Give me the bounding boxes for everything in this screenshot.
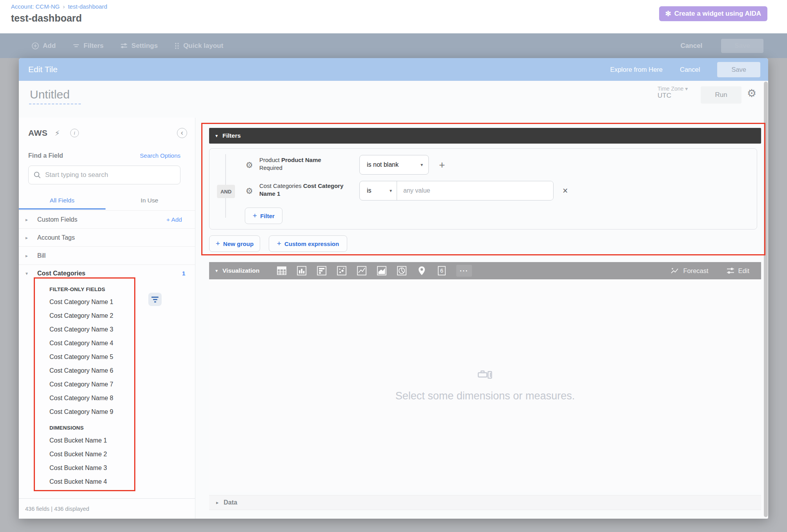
filter-only-fields-header: FILTER-ONLY FIELDS <box>49 286 195 295</box>
operator-dropdown[interactable]: is ▾ <box>360 181 397 200</box>
tab-in-use[interactable]: In Use <box>106 193 194 210</box>
filter-field-name: Product Name <box>281 157 321 163</box>
tile-title-row: Untitled Time Zone ▾ UTC Run ⚙ <box>19 81 768 118</box>
caret-right-icon: ▸ <box>26 253 32 259</box>
field-item[interactable]: Cost Category Name 4 <box>49 336 195 350</box>
field-group-account-tags[interactable]: ▸ Account Tags <box>19 228 195 246</box>
page-title: test-dashboard <box>11 13 82 24</box>
filter-field-group: Cost Categories <box>259 182 302 189</box>
field-search-input[interactable] <box>45 171 175 179</box>
filter-row-cost-category: AND ⚙ Cost Categories Cost Category Name… <box>210 181 757 203</box>
modal-title: Edit Tile <box>28 65 58 74</box>
field-item[interactable]: Cost Bucket Name 3 <box>49 461 195 475</box>
add-circle-icon <box>31 42 39 50</box>
filter-field-button[interactable] <box>148 293 162 306</box>
breadcrumb: Account: CCM-NG›test-dashboard <box>11 3 107 10</box>
app-header: Account: CCM-NG›test-dashboard test-dash… <box>0 0 787 33</box>
field-item[interactable]: Cost Category Name 1 <box>49 295 195 309</box>
empty-state-message: Select some dimensions or measures. <box>395 390 575 402</box>
breadcrumb-account-link[interactable]: Account: CCM-NG <box>11 3 60 10</box>
field-item[interactable]: Cost Bucket Name 1 <box>49 434 195 447</box>
modal-save-button[interactable]: Save <box>717 62 760 77</box>
breadcrumb-separator: › <box>63 3 65 10</box>
svg-text:6: 6 <box>440 268 443 274</box>
field-search-box[interactable] <box>28 166 180 184</box>
filter-value-input[interactable] <box>397 181 553 200</box>
caret-right-icon: ▸ <box>216 500 219 505</box>
field-group-cost-categories[interactable]: ▾ Cost Categories <box>19 264 195 282</box>
create-widget-aida-button[interactable]: ✻ Create a widget using AIDA <box>659 6 767 21</box>
filter-lines-icon <box>72 42 80 49</box>
field-item[interactable]: Cost Category Name 2 <box>49 309 195 322</box>
dashboard-toolbar: Add Filters Settings Quick layout Cancel… <box>0 33 787 58</box>
filters-section-header[interactable]: ▾ Filters <box>209 128 761 144</box>
caret-down-icon: ▾ <box>390 188 392 193</box>
fields-count-text: 436 fields | 436 displayed <box>25 506 89 512</box>
sidebar-footer: 436 fields | 436 displayed <box>19 498 195 519</box>
viz-pie-chart-icon[interactable] <box>396 265 407 276</box>
caret-down-icon: ▾ <box>26 271 32 276</box>
flashlight-icon <box>477 370 493 380</box>
tile-title-input[interactable]: Untitled <box>29 88 81 104</box>
add-filter-button[interactable]: +Filter <box>245 208 282 224</box>
filter-row-product-name: ⚙ Product Product Name Required is not b… <box>210 155 757 177</box>
viz-area-chart-icon[interactable] <box>376 265 387 276</box>
timezone-selector[interactable]: Time Zone ▾ UTC <box>658 86 688 99</box>
field-group-custom-fields[interactable]: ▸ Custom Fields + Add <box>19 210 195 228</box>
viz-column-chart-icon[interactable] <box>296 265 307 276</box>
and-logic-chip[interactable]: AND <box>217 185 235 198</box>
filter-gear-icon[interactable]: ⚙ <box>246 186 253 196</box>
explore-from-here-link[interactable]: Explore from Here <box>610 66 663 73</box>
dimensions-header: DIMENSIONS <box>49 425 195 434</box>
modal-scrollbar[interactable] <box>764 82 768 517</box>
collapse-panel-icon[interactable]: ‹ <box>177 128 187 138</box>
forecast-button[interactable]: Forecast <box>670 267 708 275</box>
operator-dropdown[interactable]: is not blank ▾ <box>359 155 429 175</box>
field-item[interactable]: Cost Category Name 9 <box>49 405 195 419</box>
field-item[interactable]: Cost Category Name 3 <box>49 322 195 336</box>
custom-expression-button[interactable]: +Custom expression <box>269 235 347 252</box>
add-value-plus-icon[interactable]: + <box>439 159 445 171</box>
field-item[interactable]: Cost Category Name 8 <box>49 391 195 405</box>
forecast-sparkle-icon <box>670 267 679 275</box>
custom-fields-add-button[interactable]: + Add <box>166 216 182 223</box>
sliders-icon <box>120 42 128 49</box>
run-button[interactable]: Run <box>701 86 741 104</box>
viz-bar-chart-icon[interactable] <box>316 265 327 276</box>
remove-filter-icon[interactable]: × <box>563 186 568 196</box>
caret-down-icon: ▾ <box>215 133 218 138</box>
field-item[interactable]: Cost Category Name 5 <box>49 350 195 364</box>
modal-cancel-button[interactable]: Cancel <box>680 66 700 73</box>
filter-only-fields-list: Cost Category Name 1Cost Category Name 2… <box>19 295 195 419</box>
viz-scatter-icon[interactable] <box>336 265 347 276</box>
tab-all-fields[interactable]: All Fields <box>19 193 106 210</box>
breadcrumb-page-link[interactable]: test-dashboard <box>68 3 107 10</box>
viz-single-value-icon[interactable]: 6 <box>436 265 447 276</box>
field-item[interactable]: Cost Category Name 6 <box>49 364 195 377</box>
toolbar-quick-layout-button: Quick layout <box>174 42 223 50</box>
caret-right-icon: ▸ <box>26 217 32 222</box>
new-group-button[interactable]: +New group <box>209 235 260 252</box>
visualization-bar: ▾ Visualization <box>209 262 761 279</box>
field-group-bill[interactable]: ▸ Bill <box>19 246 195 264</box>
gear-icon[interactable]: ⚙ <box>747 87 756 100</box>
field-item[interactable]: Cost Bucket Name 2 <box>49 447 195 461</box>
viz-more-icon[interactable]: ⋯ <box>456 265 472 277</box>
viz-line-chart-icon[interactable] <box>356 265 367 276</box>
aida-sparkle-icon: ✻ <box>665 9 671 18</box>
field-item[interactable]: Cost Bucket Name 4 <box>49 475 195 488</box>
timezone-value: UTC <box>658 92 688 99</box>
filter-required-note: Required <box>259 164 344 172</box>
toolbar-save-button: Save <box>721 39 763 53</box>
visualization-label: Visualization <box>222 267 259 274</box>
info-icon[interactable]: i <box>70 129 79 137</box>
field-item[interactable]: Cost Category Name 7 <box>49 377 195 391</box>
caret-down-icon[interactable]: ▾ <box>215 268 218 273</box>
viz-table-icon[interactable] <box>276 265 287 276</box>
filter-gear-icon[interactable]: ⚙ <box>246 160 253 170</box>
search-options-link[interactable]: Search Options <box>140 152 180 159</box>
data-section-header[interactable]: ▸ Data <box>209 495 761 510</box>
viz-map-icon[interactable] <box>416 265 427 276</box>
viz-edit-button[interactable]: Edit <box>727 267 749 275</box>
chevron-down-icon: ▾ <box>685 86 688 92</box>
